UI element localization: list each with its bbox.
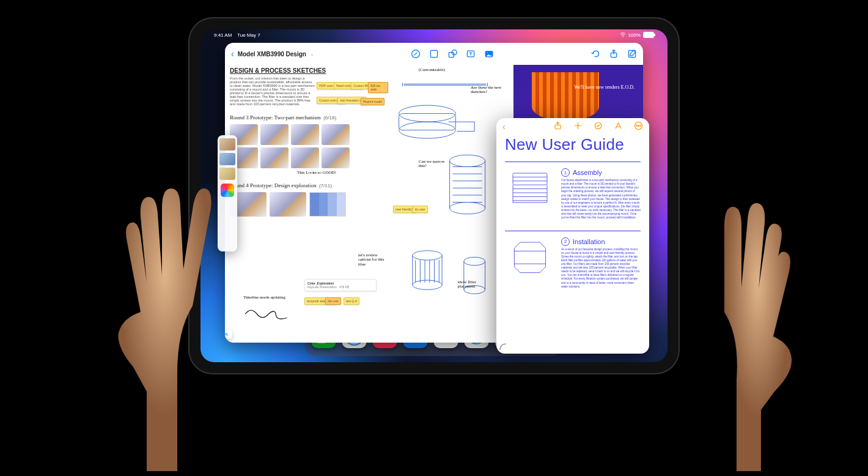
note-q2: Can we narrow this?: [419, 160, 449, 169]
battery-icon: [643, 32, 654, 38]
scribble-icon: [240, 306, 295, 322]
ipad-screen: 9:41 AM Tue May 7 100%: [200, 29, 668, 362]
round4-date: (7/11): [319, 183, 332, 188]
diagram-installation: [505, 237, 555, 281]
picker-thumb[interactable]: [219, 168, 235, 180]
thumb-grid-2: [230, 192, 383, 217]
wifi-icon: [620, 32, 626, 37]
svg-point-22: [636, 125, 638, 126]
svg-point-14: [449, 203, 485, 214]
note-eod: We'll have new renders E.O.D.: [574, 84, 634, 90]
add-icon[interactable]: [573, 121, 583, 133]
picker-thumb[interactable]: [219, 153, 235, 165]
file-attachment[interactable]: Color_Exploration Keynote Presentation ·…: [304, 279, 377, 291]
intro-text: From the outset, our mission has been to…: [230, 76, 315, 106]
image-thumb[interactable]: [322, 147, 350, 168]
image-thumb[interactable]: [291, 147, 319, 168]
chevron-down-icon[interactable]: ⌄: [310, 51, 314, 57]
svg-point-17: [464, 257, 485, 266]
media-tool-icon[interactable]: [484, 49, 494, 59]
annotation-timeline: Timeline needs updating: [243, 295, 285, 300]
note-customizable: (Customizable): [419, 67, 445, 72]
sticky-tool-icon[interactable]: [429, 49, 439, 59]
canvas-col-mid: (Customizable): [388, 65, 513, 343]
sticky-note[interactable]: HDR scan: [317, 82, 336, 89]
section-heading: DESIGN & PROCESS SKETCHES: [230, 67, 383, 74]
share-icon[interactable]: [609, 49, 619, 59]
photos-picker[interactable]: [218, 135, 237, 251]
guide-h1: 1Assembly: [561, 168, 641, 177]
palette-thumb[interactable]: [309, 192, 346, 217]
guide-title: New User Guide: [505, 136, 641, 153]
slideover-body: New User Guide: [496, 135, 649, 301]
center-toolbar: [411, 49, 494, 59]
image-thumb[interactable]: [260, 124, 289, 145]
canvas-col-left: DESIGN & PROCESS SKETCHES From the outse…: [225, 65, 388, 343]
resize-handle-icon[interactable]: [499, 343, 507, 351]
compose-icon[interactable]: [627, 49, 637, 59]
guide-p1: Our faucet attachment is a two-part mech…: [561, 179, 641, 220]
guide-p2: As a result of our bespoke design proces…: [561, 248, 641, 289]
right-toolbar: [590, 49, 637, 59]
status-battery-pct: 100%: [628, 32, 641, 38]
slideover-window[interactable]: ‹ New User Guide: [496, 118, 649, 354]
markup-icon[interactable]: [614, 121, 623, 133]
sticky-note[interactable]: do-over: [413, 206, 428, 213]
status-date: Tue May 7: [237, 32, 260, 38]
file-meta: Keynote Presentation · 476 KB: [307, 285, 373, 289]
sticky-note[interactable]: Reprint model: [361, 98, 384, 105]
round3-date: (6/18): [323, 115, 336, 121]
back-button[interactable]: ‹: [231, 49, 234, 59]
pen-tool-icon[interactable]: [411, 49, 421, 59]
svg-rect-2: [430, 50, 437, 57]
undo-icon[interactable]: [590, 49, 600, 59]
progress-pill[interactable]: 63%: [225, 330, 232, 339]
image-thumb[interactable]: [291, 124, 319, 145]
slideover-toolbar: ‹: [496, 118, 649, 135]
blueprint-sketch: [392, 72, 510, 326]
guide-section-1: 1Assembly Our faucet attachment is a two…: [505, 168, 641, 220]
svg-point-0: [622, 36, 623, 37]
status-time: 9:41 AM: [214, 32, 232, 38]
note-q3: show filter placement: [458, 280, 492, 289]
image-thumb[interactable]: [270, 192, 306, 217]
text-tool-icon[interactable]: [466, 49, 476, 59]
svg-point-24: [640, 125, 641, 126]
title-bar: ‹ Model XMB3990 Design ⌄: [225, 43, 643, 65]
render-image: [532, 72, 599, 121]
diagram-assembly: [505, 168, 555, 212]
sticky-note[interactable]: Still too wide: [368, 82, 388, 93]
sticky-note[interactable]: this one: [325, 297, 341, 305]
thumb-grid-1: [230, 124, 383, 168]
round4-title: Round 4 Prototype: Design exploration: [230, 182, 317, 188]
svg-point-13: [449, 155, 485, 166]
note-q1: Are these the new sketches?: [471, 86, 510, 95]
share-icon[interactable]: [553, 121, 562, 133]
back-button[interactable]: ‹: [502, 122, 506, 132]
status-bar: 9:41 AM Tue May 7 100%: [200, 29, 668, 40]
format-icon[interactable]: [594, 121, 603, 133]
svg-point-7: [487, 52, 488, 53]
more-icon[interactable]: [634, 121, 643, 133]
svg-point-16: [413, 280, 442, 289]
svg-point-15: [413, 251, 442, 260]
image-thumb[interactable]: [322, 124, 350, 145]
svg-point-23: [638, 125, 639, 126]
guide-section-2: 2Installation As a result of our bespoke…: [505, 237, 641, 289]
sticky-note[interactable]: test Q-A: [344, 297, 359, 305]
picker-thumb[interactable]: [219, 138, 235, 151]
doc-title[interactable]: Model XMB3990 Design: [238, 51, 306, 58]
round3-title: Round 3 Prototype: Two-part mechanism: [230, 114, 321, 121]
ipad-device: 9:41 AM Tue May 7 100%: [189, 18, 679, 373]
image-thumb[interactable]: [260, 147, 289, 168]
annotation-good: This Looks so GOOD!: [297, 170, 383, 175]
guide-h2: 2Installation: [561, 237, 641, 246]
photos-icon[interactable]: [221, 184, 234, 197]
svg-rect-25: [513, 173, 547, 185]
annotation-review: let's review options for this blue: [358, 253, 388, 267]
shapes-tool-icon[interactable]: [447, 49, 457, 59]
